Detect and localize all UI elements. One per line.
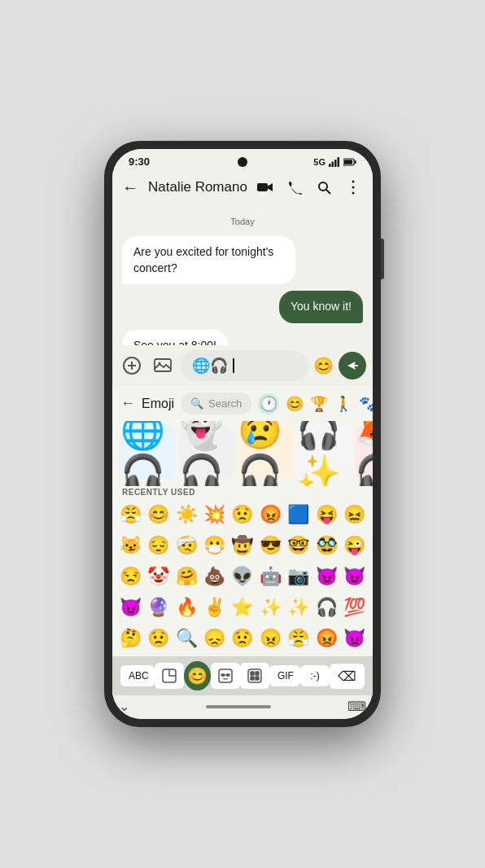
emoji-cell[interactable]: 🔍 bbox=[173, 624, 199, 653]
emoji-cat-animals[interactable]: 🐾 bbox=[359, 395, 373, 413]
emoji-cell[interactable]: 🔥 bbox=[173, 593, 199, 622]
emoji-cell[interactable]: 😜 bbox=[342, 531, 368, 560]
emoji-search-box[interactable]: 🔍 Search bbox=[181, 392, 251, 414]
emoji-cell[interactable]: 🥸 bbox=[313, 531, 339, 560]
svg-rect-23 bbox=[248, 669, 261, 682]
emoji-cell[interactable]: ⭐ bbox=[229, 593, 256, 622]
chevron-down-icon[interactable]: ⌄ bbox=[119, 699, 129, 714]
emoji-cell[interactable]: 😟 bbox=[145, 624, 171, 653]
emoji-cell[interactable]: 😟 bbox=[229, 624, 256, 653]
emoji-cell[interactable]: 😷 bbox=[201, 531, 227, 560]
emoji-cell[interactable]: 😈 bbox=[117, 593, 143, 622]
emoji-cell[interactable]: ✨ bbox=[257, 593, 283, 622]
symbol-icon bbox=[247, 668, 263, 684]
svg-rect-2 bbox=[334, 160, 337, 167]
add-attachment-button[interactable] bbox=[119, 353, 145, 379]
delete-key[interactable]: ⌫ bbox=[330, 664, 365, 689]
search-button[interactable] bbox=[311, 174, 337, 200]
keyboard-bottom-bar: ABC 😊 bbox=[112, 656, 373, 695]
emoji-cell[interactable]: 😡 bbox=[313, 624, 339, 653]
keyboard-icon[interactable]: ⌨ bbox=[347, 699, 366, 714]
emoji-cell[interactable]: 😔 bbox=[145, 531, 171, 560]
emoji-cell[interactable]: 😟 bbox=[229, 500, 256, 529]
emoji-cell[interactable]: 😡 bbox=[257, 500, 283, 529]
emoji-cell[interactable]: 🎧 bbox=[313, 593, 339, 622]
emoji-button[interactable]: 😊 bbox=[313, 356, 334, 375]
emoji-cat-people[interactable]: 🚶 bbox=[334, 395, 352, 413]
emoji-cell[interactable]: ☀️ bbox=[173, 500, 199, 529]
camera-notch bbox=[238, 157, 247, 167]
emoji-cell[interactable]: 😝 bbox=[313, 500, 339, 529]
emoji-cell[interactable]: 🔮 bbox=[145, 593, 171, 622]
emoji-cell[interactable]: 😠 bbox=[257, 624, 283, 653]
emoji-cell[interactable]: 💥 bbox=[201, 500, 227, 529]
gif-key[interactable]: GIF bbox=[269, 665, 300, 686]
emoji-cell[interactable]: 🤖 bbox=[257, 562, 283, 591]
symbol-key[interactable] bbox=[240, 663, 269, 689]
send-icon bbox=[346, 359, 359, 372]
emoji-panel: ← Emoji 🔍 Search 🕐 😊 🏆 🚶 🐾 🌐🎧 👻🎧 bbox=[112, 386, 373, 695]
recently-used-label: RECENTLY USED bbox=[112, 486, 373, 500]
svg-rect-27 bbox=[256, 677, 259, 680]
emoji-cell[interactable]: 😎 bbox=[257, 531, 283, 560]
phone-bottom-bar: ⌄ ⌨ bbox=[112, 695, 373, 719]
emoji-cell[interactable]: 😈 bbox=[313, 562, 339, 591]
emoji-cell[interactable]: 👿 bbox=[342, 624, 368, 653]
chat-area: Today Are you excited for tonight's conc… bbox=[112, 207, 373, 345]
volume-button bbox=[381, 239, 384, 279]
abc-key[interactable]: ABC bbox=[120, 665, 155, 686]
emoji-grid: 😤 😊 ☀️ 💥 😟 😡 🟦 😝 😖 😼 😔 🤕 😷 🤠 😎 🤓 🥸 😜 bbox=[112, 500, 373, 656]
emoji-cell[interactable]: 💯 bbox=[342, 593, 368, 622]
svg-rect-25 bbox=[256, 672, 259, 675]
emoji-cell[interactable]: 🤓 bbox=[286, 531, 312, 560]
emoji-cell[interactable]: 🤠 bbox=[229, 531, 256, 560]
emoji-cell[interactable]: ✨ bbox=[286, 593, 312, 622]
emoji-cell[interactable]: 😤 bbox=[286, 624, 312, 653]
emoji-cell[interactable]: 👽 bbox=[229, 562, 256, 591]
message-received-2: See you at 8:00! bbox=[122, 330, 228, 345]
sticker-1[interactable]: 🌐🎧 bbox=[120, 424, 176, 480]
emoji-cell[interactable]: 🤡 bbox=[145, 562, 171, 591]
emoji-cell[interactable]: 🤔 bbox=[117, 624, 143, 653]
phone-call-button[interactable] bbox=[282, 174, 308, 200]
emoji-cell[interactable]: 😈 bbox=[342, 562, 368, 591]
emoji-cat-recent[interactable]: 🕐 bbox=[258, 393, 279, 414]
emoji-cell[interactable]: 💩 bbox=[201, 562, 227, 591]
svg-point-12 bbox=[352, 192, 355, 195]
emoji-cell[interactable]: 🟦 bbox=[286, 500, 312, 529]
emoji-cell[interactable]: 😖 bbox=[342, 500, 368, 529]
sticker-4[interactable]: 🎧✨ bbox=[296, 424, 352, 480]
emoji-cell[interactable]: ✌️ bbox=[201, 593, 227, 622]
emoji-cat-trophy[interactable]: 🏆 bbox=[310, 395, 328, 413]
emoji-cell[interactable]: 🤕 bbox=[173, 531, 199, 560]
emoji-cell[interactable]: 😒 bbox=[117, 562, 143, 591]
network-label: 5G bbox=[313, 157, 326, 167]
image-button[interactable] bbox=[150, 353, 176, 379]
emoji-cell[interactable]: 😼 bbox=[117, 531, 143, 560]
text-input-area[interactable]: 🌐🎧 bbox=[181, 350, 308, 381]
emoji-cell[interactable]: 😞 bbox=[201, 624, 227, 653]
sticker-key[interactable] bbox=[155, 663, 184, 689]
emoji-cat-face[interactable]: 😊 bbox=[286, 395, 304, 413]
emoji-cell[interactable]: 😊 bbox=[145, 500, 171, 529]
sticker-2[interactable]: 👻🎧 bbox=[179, 424, 234, 480]
sticker-icon bbox=[161, 668, 177, 684]
emoji-search-icon: 🔍 bbox=[190, 397, 203, 410]
date-divider: Today bbox=[122, 217, 363, 226]
svg-rect-0 bbox=[329, 164, 331, 167]
video-call-button[interactable] bbox=[252, 174, 278, 200]
emoji-cell[interactable]: 🤗 bbox=[173, 562, 199, 591]
sticker-3[interactable]: 😢🎧 bbox=[238, 424, 293, 480]
more-options-button[interactable] bbox=[340, 174, 366, 200]
back-button[interactable]: ← bbox=[119, 175, 142, 200]
emoji-cell[interactable]: 😤 bbox=[117, 500, 143, 529]
kaomoji-key[interactable] bbox=[211, 663, 240, 689]
image-icon bbox=[154, 357, 172, 374]
emoji-back-button[interactable]: ← bbox=[120, 395, 135, 412]
sticker-5[interactable]: 🦊🎧 bbox=[355, 424, 373, 480]
emoji-key-active[interactable]: 😊 bbox=[184, 661, 211, 690]
signal-icon bbox=[329, 157, 340, 167]
kaomoji-text-key[interactable]: :-) bbox=[300, 665, 330, 686]
emoji-cell[interactable]: 📷 bbox=[286, 562, 312, 591]
send-button[interactable] bbox=[339, 352, 366, 379]
